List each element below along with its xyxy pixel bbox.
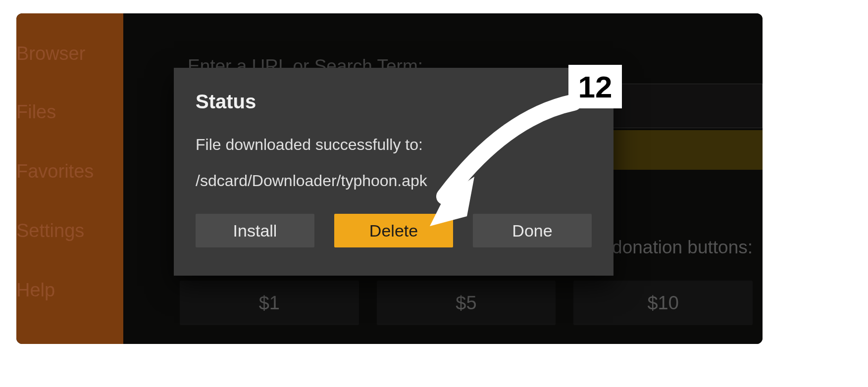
delete-button[interactable]: Delete [334,214,453,247]
sidebar-item-settings[interactable]: Settings [16,220,123,242]
sidebar-item-help[interactable]: Help [16,280,123,301]
sidebar-item-favorites[interactable]: Favorites [16,161,123,182]
dialog-message-path: /sdcard/Downloader/typhoon.apk [196,172,592,190]
install-button[interactable]: Install [196,214,314,247]
app-frame: Browser Files Favorites Settings Help En… [16,13,763,344]
dialog-button-row: Install Delete Done [196,214,592,247]
dialog-title: Status [196,91,592,113]
sidebar: Browser Files Favorites Settings Help [16,13,123,344]
sidebar-item-browser[interactable]: Browser [16,43,123,64]
step-callout: 12 [568,65,622,108]
status-dialog: Status File downloaded successfully to: … [174,68,613,276]
sidebar-item-files[interactable]: Files [16,101,123,123]
done-button[interactable]: Done [473,214,592,247]
dialog-message-line1: File downloaded successfully to: [196,136,592,154]
